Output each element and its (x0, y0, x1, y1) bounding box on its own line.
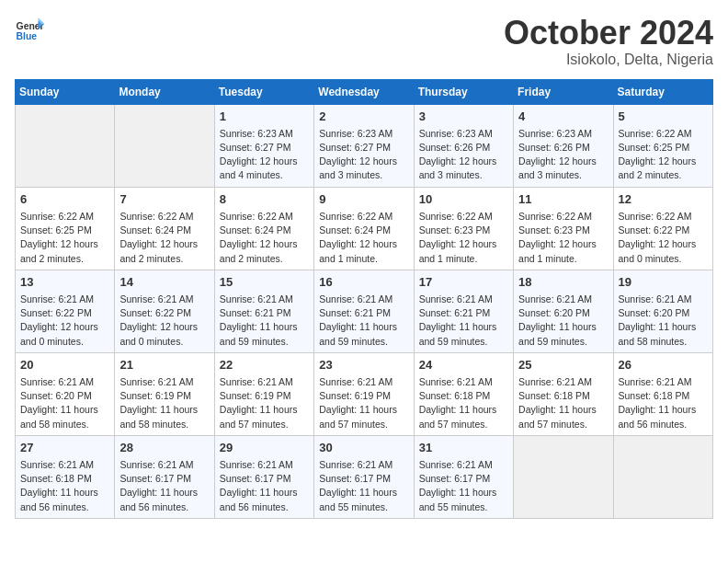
title-block: October 2024 Isiokolo, Delta, Nigeria (504, 15, 713, 68)
day-number: 1 (220, 109, 309, 125)
day-info: Sunrise: 6:23 AM Sunset: 6:26 PM Dayligh… (518, 127, 608, 183)
day-info: Sunrise: 6:21 AM Sunset: 6:18 PM Dayligh… (518, 375, 608, 431)
calendar-cell: 11Sunrise: 6:22 AM Sunset: 6:23 PM Dayli… (514, 187, 613, 270)
calendar-cell: 18Sunrise: 6:21 AM Sunset: 6:20 PM Dayli… (514, 270, 613, 352)
logo-icon: General Blue (15, 15, 44, 44)
day-number: 11 (518, 191, 608, 208)
calendar-cell: 19Sunrise: 6:21 AM Sunset: 6:20 PM Dayli… (613, 270, 712, 352)
logo: General Blue (15, 15, 44, 44)
day-info: Sunrise: 6:21 AM Sunset: 6:19 PM Dayligh… (119, 375, 209, 431)
day-info: Sunrise: 6:21 AM Sunset: 6:17 PM Dayligh… (419, 458, 508, 514)
day-number: 26 (619, 357, 708, 373)
day-info: Sunrise: 6:23 AM Sunset: 6:27 PM Dayligh… (319, 127, 408, 183)
day-info: Sunrise: 6:22 AM Sunset: 6:24 PM Dayligh… (220, 210, 309, 266)
weekday-header: Wednesday (314, 79, 414, 104)
calendar-cell: 30Sunrise: 6:21 AM Sunset: 6:17 PM Dayli… (314, 435, 414, 518)
day-info: Sunrise: 6:21 AM Sunset: 6:18 PM Dayligh… (20, 458, 109, 514)
day-info: Sunrise: 6:21 AM Sunset: 6:19 PM Dayligh… (220, 375, 309, 431)
weekday-header: Sunday (16, 79, 115, 104)
day-info: Sunrise: 6:22 AM Sunset: 6:24 PM Dayligh… (319, 210, 408, 266)
day-info: Sunrise: 6:21 AM Sunset: 6:22 PM Dayligh… (20, 293, 109, 349)
calendar-cell (514, 435, 613, 518)
svg-text:Blue: Blue (17, 31, 38, 41)
calendar-week-row: 1Sunrise: 6:23 AM Sunset: 6:27 PM Daylig… (16, 104, 713, 187)
calendar-cell: 1Sunrise: 6:23 AM Sunset: 6:27 PM Daylig… (214, 104, 313, 187)
day-number: 30 (319, 440, 408, 456)
calendar-cell: 25Sunrise: 6:21 AM Sunset: 6:18 PM Dayli… (514, 352, 613, 435)
day-number: 29 (220, 440, 309, 456)
day-number: 28 (119, 440, 209, 456)
calendar-week-row: 13Sunrise: 6:21 AM Sunset: 6:22 PM Dayli… (16, 270, 713, 352)
day-number: 3 (419, 109, 508, 125)
calendar-cell: 10Sunrise: 6:22 AM Sunset: 6:23 PM Dayli… (414, 187, 513, 270)
calendar-cell: 4Sunrise: 6:23 AM Sunset: 6:26 PM Daylig… (514, 104, 613, 187)
day-number: 21 (119, 357, 209, 373)
day-info: Sunrise: 6:22 AM Sunset: 6:25 PM Dayligh… (619, 127, 708, 183)
calendar-cell: 21Sunrise: 6:21 AM Sunset: 6:19 PM Dayli… (115, 352, 214, 435)
calendar-cell: 16Sunrise: 6:21 AM Sunset: 6:21 PM Dayli… (314, 270, 414, 352)
day-info: Sunrise: 6:22 AM Sunset: 6:25 PM Dayligh… (20, 210, 109, 266)
day-number: 4 (518, 109, 608, 125)
day-info: Sunrise: 6:21 AM Sunset: 6:19 PM Dayligh… (319, 375, 408, 431)
day-number: 7 (119, 191, 209, 208)
day-number: 9 (319, 191, 408, 208)
day-number: 19 (619, 274, 708, 291)
calendar-cell: 23Sunrise: 6:21 AM Sunset: 6:19 PM Dayli… (314, 352, 414, 435)
calendar-week-row: 6Sunrise: 6:22 AM Sunset: 6:25 PM Daylig… (16, 187, 713, 270)
day-info: Sunrise: 6:23 AM Sunset: 6:27 PM Dayligh… (220, 127, 309, 183)
calendar-cell: 14Sunrise: 6:21 AM Sunset: 6:22 PM Dayli… (115, 270, 214, 352)
calendar-title: October 2024 (504, 15, 713, 52)
day-info: Sunrise: 6:21 AM Sunset: 6:21 PM Dayligh… (220, 293, 309, 349)
day-info: Sunrise: 6:21 AM Sunset: 6:21 PM Dayligh… (419, 293, 508, 349)
day-info: Sunrise: 6:21 AM Sunset: 6:18 PM Dayligh… (419, 375, 508, 431)
day-number: 13 (20, 274, 109, 291)
calendar-cell: 22Sunrise: 6:21 AM Sunset: 6:19 PM Dayli… (214, 352, 313, 435)
calendar-body: 1Sunrise: 6:23 AM Sunset: 6:27 PM Daylig… (16, 104, 713, 518)
day-number: 14 (119, 274, 209, 291)
day-number: 24 (419, 357, 508, 373)
calendar-cell: 9Sunrise: 6:22 AM Sunset: 6:24 PM Daylig… (314, 187, 414, 270)
calendar-cell: 29Sunrise: 6:21 AM Sunset: 6:17 PM Dayli… (214, 435, 313, 518)
day-info: Sunrise: 6:22 AM Sunset: 6:23 PM Dayligh… (419, 210, 508, 266)
day-info: Sunrise: 6:22 AM Sunset: 6:23 PM Dayligh… (518, 210, 608, 266)
day-number: 27 (20, 440, 109, 456)
day-number: 10 (419, 191, 508, 208)
calendar-cell: 2Sunrise: 6:23 AM Sunset: 6:27 PM Daylig… (314, 104, 414, 187)
day-number: 15 (220, 274, 309, 291)
day-number: 12 (619, 191, 708, 208)
day-info: Sunrise: 6:22 AM Sunset: 6:24 PM Dayligh… (119, 210, 209, 266)
calendar-cell: 12Sunrise: 6:22 AM Sunset: 6:22 PM Dayli… (613, 187, 712, 270)
day-info: Sunrise: 6:21 AM Sunset: 6:17 PM Dayligh… (119, 458, 209, 514)
day-info: Sunrise: 6:21 AM Sunset: 6:18 PM Dayligh… (619, 375, 708, 431)
weekday-header: Saturday (613, 79, 712, 104)
day-info: Sunrise: 6:22 AM Sunset: 6:22 PM Dayligh… (619, 210, 708, 266)
calendar-cell: 17Sunrise: 6:21 AM Sunset: 6:21 PM Dayli… (414, 270, 513, 352)
calendar-cell (16, 104, 115, 187)
day-info: Sunrise: 6:21 AM Sunset: 6:20 PM Dayligh… (20, 375, 109, 431)
day-info: Sunrise: 6:21 AM Sunset: 6:20 PM Dayligh… (518, 293, 608, 349)
calendar-cell: 6Sunrise: 6:22 AM Sunset: 6:25 PM Daylig… (16, 187, 115, 270)
calendar-week-row: 20Sunrise: 6:21 AM Sunset: 6:20 PM Dayli… (16, 352, 713, 435)
calendar-cell: 27Sunrise: 6:21 AM Sunset: 6:18 PM Dayli… (16, 435, 115, 518)
day-info: Sunrise: 6:23 AM Sunset: 6:26 PM Dayligh… (419, 127, 508, 183)
day-number: 5 (619, 109, 708, 125)
calendar-cell: 8Sunrise: 6:22 AM Sunset: 6:24 PM Daylig… (214, 187, 313, 270)
calendar-cell: 24Sunrise: 6:21 AM Sunset: 6:18 PM Dayli… (414, 352, 513, 435)
day-number: 25 (518, 357, 608, 373)
calendar-cell: 7Sunrise: 6:22 AM Sunset: 6:24 PM Daylig… (115, 187, 214, 270)
day-number: 6 (20, 191, 109, 208)
day-number: 8 (220, 191, 309, 208)
day-number: 17 (419, 274, 508, 291)
day-number: 22 (220, 357, 309, 373)
calendar-cell: 3Sunrise: 6:23 AM Sunset: 6:26 PM Daylig… (414, 104, 513, 187)
calendar-cell: 28Sunrise: 6:21 AM Sunset: 6:17 PM Dayli… (115, 435, 214, 518)
calendar-subtitle: Isiokolo, Delta, Nigeria (504, 52, 713, 68)
day-number: 31 (419, 440, 508, 456)
day-info: Sunrise: 6:21 AM Sunset: 6:17 PM Dayligh… (220, 458, 309, 514)
calendar-header-row: SundayMondayTuesdayWednesdayThursdayFrid… (16, 79, 713, 104)
weekday-header: Friday (514, 79, 613, 104)
day-number: 18 (518, 274, 608, 291)
calendar-cell: 5Sunrise: 6:22 AM Sunset: 6:25 PM Daylig… (613, 104, 712, 187)
calendar-table: SundayMondayTuesdayWednesdayThursdayFrid… (15, 79, 713, 519)
weekday-header: Tuesday (214, 79, 313, 104)
